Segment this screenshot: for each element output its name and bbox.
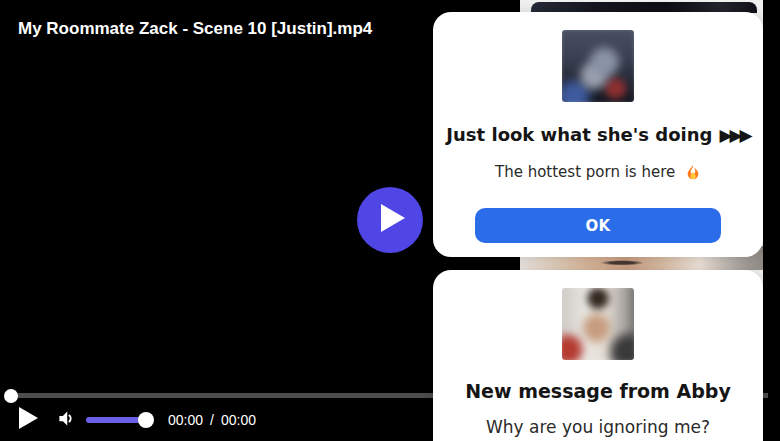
time-current: 00:00 — [168, 412, 203, 428]
big-play-button[interactable] — [357, 187, 423, 253]
popup-subtext: Why are you ignoring me? — [433, 418, 763, 436]
blurred-photo-thumbnail — [562, 30, 634, 102]
progress-handle[interactable] — [4, 389, 18, 403]
popup-message-card: New message from Abby Why are you ignori… — [433, 270, 763, 441]
speaker-icon — [55, 408, 76, 433]
popup-heading: New message from Abby — [433, 381, 763, 402]
fire-icon — [680, 166, 701, 184]
popup-thumbnail[interactable] — [562, 30, 634, 102]
triple-arrow-icon: ▶▶▶ — [712, 125, 749, 145]
mute-button[interactable] — [53, 408, 77, 432]
volume-slider[interactable] — [86, 412, 154, 428]
popup-heading-text: Just look what she's doing — [446, 124, 712, 145]
popup-thumbnail[interactable] — [562, 288, 634, 360]
popup-subtext-text: The hottest porn is here — [495, 163, 675, 181]
volume-thumb[interactable] — [138, 412, 154, 428]
blurred-photo-thumbnail — [562, 288, 634, 360]
ok-button[interactable]: OK — [475, 208, 721, 243]
time-duration: 00:00 — [221, 412, 256, 428]
time-separator: / — [210, 412, 214, 428]
play-icon — [375, 203, 406, 237]
video-title: My Roommate Zack - Scene 10 [Justin].mp4 — [18, 19, 372, 39]
popup-heading: Just look what she's doing▶▶▶ — [433, 124, 763, 146]
volume-track — [86, 417, 146, 423]
player-controls: 00:00 / 00:00 — [0, 403, 256, 437]
play-button[interactable] — [16, 408, 40, 432]
popup-subtext: The hottest porn is here — [433, 163, 763, 184]
play-icon — [18, 406, 39, 434]
time-display: 00:00 / 00:00 — [168, 412, 256, 428]
popup-ad-card: Just look what she's doing▶▶▶ The hottes… — [433, 12, 763, 257]
